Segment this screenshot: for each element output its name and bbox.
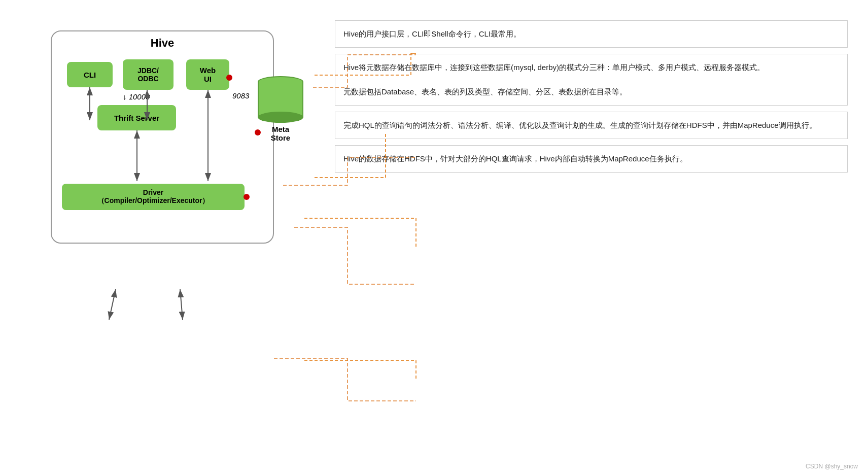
port-9083-label: 9083 bbox=[232, 91, 249, 100]
svg-line-8 bbox=[109, 289, 116, 320]
annotations-area: Hive的用户接口层，CLI即Shell命令行，CLI最常用。 Hive将元数据… bbox=[335, 15, 848, 173]
driver-box: Driver （Compiler/Optimizer/Executor） bbox=[62, 184, 245, 210]
main-container: Hive CLI JDBC/ ODBC Web UI ↓ 10000 Thrif… bbox=[0, 0, 868, 475]
cli-box: CLI bbox=[67, 62, 113, 87]
jdbc-box: JDBC/ ODBC bbox=[123, 59, 173, 90]
metastore-cylinder bbox=[258, 76, 303, 123]
hadoop-arrows bbox=[30, 284, 325, 475]
hive-title: Hive bbox=[52, 37, 273, 50]
metastore-area: 9083 Meta Store bbox=[258, 76, 303, 142]
svg-line-9 bbox=[180, 289, 183, 320]
annotation-2-text: Hive将元数据存储在数据库中，连接到这些数据库(mysql, derby)的模… bbox=[343, 63, 765, 96]
red-dot-metastore bbox=[255, 129, 261, 135]
thrift-box: Thrift Server bbox=[97, 105, 176, 130]
watermark: CSDN @shy_snow bbox=[806, 463, 858, 470]
metastore-label: Meta Store bbox=[258, 125, 303, 142]
annotation-box-1: Hive的用户接口层，CLI即Shell命令行，CLI最常用。 bbox=[335, 20, 848, 48]
annotation-box-4: Hive的数据存储在HDFS中，针对大部分的HQL查询请求，Hive内部自动转换… bbox=[335, 145, 848, 173]
red-dot-webui bbox=[226, 75, 232, 81]
annotation-box-2: Hive将元数据存储在数据库中，连接到这些数据库(mysql, derby)的模… bbox=[335, 54, 848, 106]
red-dot-driver bbox=[244, 194, 250, 200]
hadoop-area: Hadoop Name Node Resource Manager Data N… bbox=[30, 284, 274, 411]
cyl-bottom bbox=[258, 112, 303, 123]
diagram-area: Hive CLI JDBC/ ODBC Web UI ↓ 10000 Thrif… bbox=[20, 15, 315, 457]
port-10000-label: ↓ 10000 bbox=[123, 92, 150, 101]
annotation-box-3: 完成HQL的查询语句的词法分析、语法分析、编译、优化以及查询计划的生成。生成的查… bbox=[335, 112, 848, 139]
hive-box: Hive CLI JDBC/ ODBC Web UI ↓ 10000 Thrif… bbox=[51, 30, 274, 244]
webui-box: Web UI bbox=[186, 59, 229, 90]
